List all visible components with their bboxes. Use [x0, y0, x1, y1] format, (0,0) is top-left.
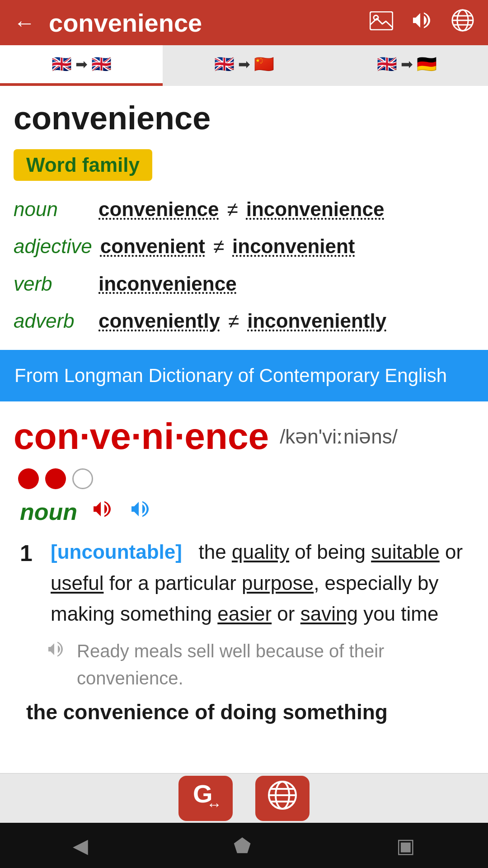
def-1-content: [uncountable] the quality of being suita…: [51, 537, 474, 629]
audio-red-icon[interactable]: [92, 497, 115, 526]
wf-word-convenient[interactable]: convenient: [100, 231, 205, 262]
audio-blue-icon[interactable]: [130, 497, 153, 526]
nav-home-button[interactable]: ⬟: [234, 834, 251, 857]
wf-row-verb: verb inconvenience: [14, 268, 474, 300]
tab-en-zh[interactable]: 🇬🇧 ➡ 🇨🇳: [163, 45, 325, 86]
wf-row-adj: adjective convenient ≠ inconvenient: [14, 231, 474, 262]
example-audio-icon[interactable]: [47, 639, 67, 664]
wf-pos-adv: adverb: [14, 305, 90, 337]
wf-word-inconveniently[interactable]: inconveniently: [247, 305, 386, 337]
wf-word-convenience[interactable]: convenience: [99, 193, 219, 225]
audio-button[interactable]: [411, 9, 433, 36]
wf-neq-1: ≠: [213, 231, 224, 262]
flag-gb4: 🇬🇧: [377, 55, 397, 74]
language-tabs: 🇬🇧 ➡ 🇬🇧 🇬🇧 ➡ 🇨🇳 🇬🇧 ➡ 🇩🇪: [0, 45, 488, 86]
bottom-bar: G ↔: [0, 773, 488, 823]
uncountable-label: [uncountable]: [51, 541, 182, 563]
system-nav: ◀ ⬟ ▣: [0, 823, 488, 868]
wf-neq-3: ≠: [228, 305, 239, 337]
nav-back-button[interactable]: ◀: [73, 834, 88, 857]
arrow3: ➡: [401, 56, 413, 73]
pos-line: noun: [14, 497, 474, 526]
pos-label: noun: [20, 498, 77, 525]
wf-pos-noun: noun: [14, 193, 90, 225]
globe-header-button[interactable]: [451, 9, 474, 37]
wf-word-conveniently[interactable]: conveniently: [99, 305, 220, 337]
wf-pos-verb: verb: [14, 268, 90, 300]
globe-bottom-icon: [266, 779, 299, 818]
page-title: convenience: [49, 8, 356, 38]
flag-gb3: 🇬🇧: [214, 55, 235, 74]
definition-section: 1 [uncountable] the quality of being sui…: [14, 537, 474, 724]
top-bar: ← convenience: [0, 0, 488, 45]
flag-gb2: 🇬🇧: [91, 55, 112, 74]
flag-de: 🇩🇪: [417, 55, 437, 74]
arrow1: ➡: [75, 56, 88, 73]
stress-dot-3: [72, 468, 93, 489]
bold-phrase: the convenience of doing something: [20, 700, 474, 724]
flag-gb1: 🇬🇧: [52, 55, 72, 74]
example-row: Ready meals sell well because of their c…: [20, 637, 474, 692]
word-family-badge: Word family: [14, 149, 152, 181]
wf-word-inconvenience-verb[interactable]: inconvenience: [99, 268, 237, 300]
wf-row-noun: noun convenience ≠ inconvenience: [14, 193, 474, 225]
entry-word-text: con·ve·ni·ence: [14, 415, 269, 457]
wf-row-adv: adverb conveniently ≠ inconveniently: [14, 305, 474, 337]
tab-en-de[interactable]: 🇬🇧 ➡ 🇩🇪: [325, 45, 488, 86]
phonetic: /kən'viːniəns/: [280, 425, 398, 448]
image-button[interactable]: [370, 10, 393, 35]
svg-text:↔: ↔: [206, 796, 222, 811]
word-family-table: noun convenience ≠ inconvenience adjecti…: [14, 193, 474, 337]
word-heading: convenience: [14, 99, 474, 137]
definition-area: con·ve·ni·ence /kən'viːniəns/ noun: [14, 401, 474, 724]
back-button[interactable]: ←: [14, 10, 35, 35]
translate-button[interactable]: G ↔: [178, 776, 233, 821]
stress-dots: [18, 468, 93, 489]
example-text: Ready meals sell well because of their c…: [77, 637, 474, 692]
entry-word-line: con·ve·ni·ence /kən'viːniəns/: [14, 415, 474, 489]
stress-dot-2: [45, 468, 66, 489]
source-banner: From Longman Dictionary of Contemporary …: [0, 350, 488, 402]
def-number-1: 1: [20, 537, 42, 571]
arrow2: ➡: [238, 56, 250, 73]
def-1-row: 1 [uncountable] the quality of being sui…: [20, 537, 474, 629]
nav-recent-button[interactable]: ▣: [396, 834, 415, 857]
wf-pos-adj: adjective: [14, 231, 92, 262]
globe-bottom-button[interactable]: [255, 776, 310, 821]
tab-en-en[interactable]: 🇬🇧 ➡ 🇬🇧: [0, 45, 163, 86]
entry-word: con·ve·ni·ence: [14, 415, 269, 458]
wf-neq-0: ≠: [227, 193, 238, 225]
top-bar-icons: [370, 9, 474, 37]
wf-word-inconvenient[interactable]: inconvenient: [232, 231, 355, 262]
flag-cn: 🇨🇳: [254, 55, 274, 74]
translate-icon: G ↔: [189, 779, 222, 818]
main-content: convenience Word family noun convenience…: [0, 86, 488, 724]
stress-dot-1: [18, 468, 39, 489]
wf-word-inconvenience[interactable]: inconvenience: [246, 193, 385, 225]
